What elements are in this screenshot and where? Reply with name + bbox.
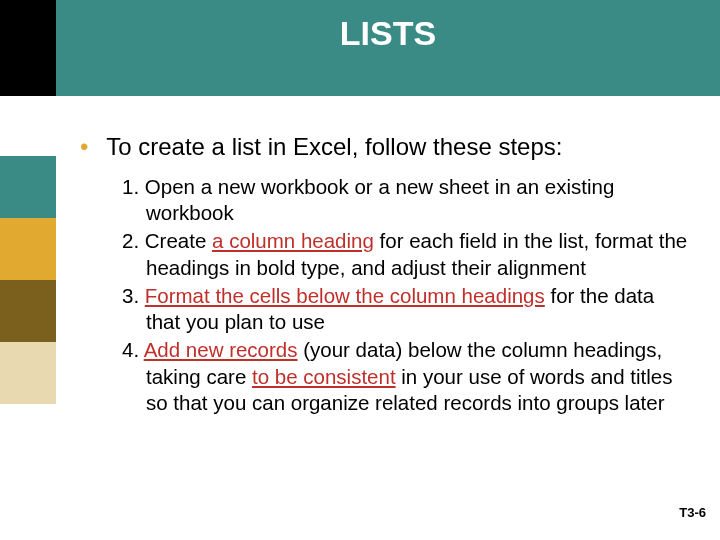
slide-content: • To create a list in Excel, follow thes… (56, 96, 720, 540)
step-4-highlight-1: Add new records (144, 338, 298, 361)
header-left-black (0, 0, 56, 96)
slide-title: LISTS (56, 0, 720, 60)
slide-header: LISTS (0, 0, 720, 96)
sidebar-seg-teal (0, 156, 56, 218)
sidebar-seg-cream (0, 342, 56, 404)
sidebar-seg-gold (0, 218, 56, 280)
lead-bullet-line: • To create a list in Excel, follow thes… (80, 132, 690, 162)
step-1: 1. Open a new workbook or a new sheet in… (122, 174, 690, 226)
sidebar-seg-white2 (0, 404, 56, 540)
step-4-pre: 4. (122, 338, 144, 361)
slide-number: T3-6 (679, 505, 706, 520)
step-2-highlight: a column heading (212, 229, 374, 252)
steps-list: 1. Open a new workbook or a new sheet in… (122, 174, 690, 416)
step-3-pre: 3. (122, 284, 145, 307)
left-sidebar (0, 96, 56, 540)
bullet-icon: • (80, 132, 100, 162)
step-2-pre: 2. Create (122, 229, 212, 252)
step-4-highlight-2: to be consistent (252, 365, 396, 388)
step-2: 2. Create a column heading for each fiel… (122, 228, 690, 280)
header-teal: LISTS (56, 0, 720, 96)
step-3-highlight: Format the cells below the column headin… (145, 284, 545, 307)
step-3: 3. Format the cells below the column hea… (122, 283, 690, 335)
lead-text: To create a list in Excel, follow these … (106, 133, 562, 160)
sidebar-seg-white (0, 96, 56, 156)
step-1-text: 1. Open a new workbook or a new sheet in… (122, 175, 614, 224)
step-4: 4. Add new records (your data) below the… (122, 337, 690, 416)
sidebar-seg-olive (0, 280, 56, 342)
